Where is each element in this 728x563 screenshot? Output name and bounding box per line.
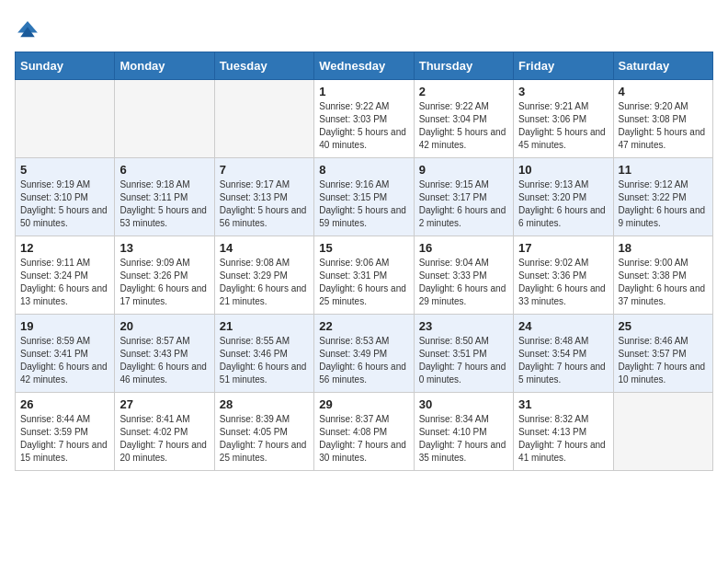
weekday-header: Monday [115,52,214,80]
day-info: Sunrise: 8:34 AMSunset: 4:10 PMDaylight:… [419,413,508,465]
calendar-day-cell: 13Sunrise: 9:09 AMSunset: 3:26 PMDayligh… [115,236,214,315]
day-info: Sunrise: 9:18 AMSunset: 3:11 PMDaylight:… [119,178,209,230]
day-number: 11 [619,163,708,177]
calendar-week-row: 12Sunrise: 9:11 AMSunset: 3:24 PMDayligh… [16,236,713,315]
day-info: Sunrise: 8:59 AMSunset: 3:41 PMDaylight:… [20,335,109,386]
calendar-day-cell: 18Sunrise: 9:00 AMSunset: 3:38 PMDayligh… [613,236,712,315]
calendar-day-cell: 8Sunrise: 9:16 AMSunset: 3:15 PMDaylight… [314,158,414,236]
day-number: 17 [518,241,608,255]
day-info: Sunrise: 8:50 AMSunset: 3:51 PMDaylight:… [419,335,508,386]
weekday-header: Saturday [613,52,712,80]
calendar-day-cell: 20Sunrise: 8:57 AMSunset: 3:43 PMDayligh… [115,315,214,393]
day-number: 5 [20,163,109,177]
calendar-day-cell: 10Sunrise: 9:13 AMSunset: 3:20 PMDayligh… [514,158,613,236]
day-number: 19 [20,319,109,333]
calendar-day-cell: 6Sunrise: 9:18 AMSunset: 3:11 PMDaylight… [115,158,214,236]
calendar-day-cell: 9Sunrise: 9:15 AMSunset: 3:17 PMDaylight… [414,158,513,236]
day-number: 14 [220,241,309,255]
calendar-day-cell: 15Sunrise: 9:06 AMSunset: 3:31 PMDayligh… [314,236,414,315]
day-number: 8 [319,163,408,177]
calendar-day-cell: 3Sunrise: 9:21 AMSunset: 3:06 PMDaylight… [514,80,613,158]
calendar-day-cell [16,80,115,158]
calendar-day-cell: 19Sunrise: 8:59 AMSunset: 3:41 PMDayligh… [16,315,115,393]
day-number: 6 [119,163,209,177]
day-number: 31 [518,397,608,411]
weekday-header-row: SundayMondayTuesdayWednesdayThursdayFrid… [16,52,713,80]
day-info: Sunrise: 9:13 AMSunset: 3:20 PMDaylight:… [518,178,608,230]
calendar-week-row: 5Sunrise: 9:19 AMSunset: 3:10 PMDaylight… [16,158,713,236]
day-info: Sunrise: 8:39 AMSunset: 4:05 PMDaylight:… [220,413,309,465]
day-info: Sunrise: 8:48 AMSunset: 3:54 PMDaylight:… [518,335,608,386]
day-info: Sunrise: 8:32 AMSunset: 4:13 PMDaylight:… [518,413,608,465]
day-info: Sunrise: 9:22 AMSunset: 3:04 PMDaylight:… [419,100,508,152]
day-info: Sunrise: 8:44 AMSunset: 3:59 PMDaylight:… [20,413,109,465]
calendar-day-cell: 11Sunrise: 9:12 AMSunset: 3:22 PMDayligh… [613,158,712,236]
day-info: Sunrise: 9:15 AMSunset: 3:17 PMDaylight:… [419,178,508,230]
day-info: Sunrise: 9:08 AMSunset: 3:29 PMDaylight:… [220,257,309,308]
day-info: Sunrise: 9:21 AMSunset: 3:06 PMDaylight:… [518,100,608,152]
day-number: 16 [419,241,508,255]
day-number: 13 [119,241,209,255]
day-number: 1 [319,85,408,98]
calendar-day-cell: 27Sunrise: 8:41 AMSunset: 4:02 PMDayligh… [115,393,214,471]
day-number: 15 [319,241,408,255]
day-number: 30 [419,397,508,411]
day-info: Sunrise: 8:53 AMSunset: 3:49 PMDaylight:… [319,335,408,386]
day-info: Sunrise: 9:09 AMSunset: 3:26 PMDaylight:… [119,257,209,308]
day-info: Sunrise: 8:46 AMSunset: 3:57 PMDaylight:… [619,335,708,386]
calendar-day-cell: 26Sunrise: 8:44 AMSunset: 3:59 PMDayligh… [16,393,115,471]
day-info: Sunrise: 9:06 AMSunset: 3:31 PMDaylight:… [319,257,408,308]
calendar-day-cell [214,80,313,158]
day-info: Sunrise: 8:37 AMSunset: 4:08 PMDaylight:… [319,413,408,465]
day-info: Sunrise: 8:57 AMSunset: 3:43 PMDaylight:… [119,335,209,386]
weekday-header: Wednesday [314,52,414,80]
day-number: 3 [518,85,608,98]
day-info: Sunrise: 9:11 AMSunset: 3:24 PMDaylight:… [20,257,109,308]
calendar-day-cell: 24Sunrise: 8:48 AMSunset: 3:54 PMDayligh… [514,315,613,393]
calendar-day-cell: 1Sunrise: 9:22 AMSunset: 3:03 PMDaylight… [314,80,414,158]
calendar-day-cell: 5Sunrise: 9:19 AMSunset: 3:10 PMDaylight… [16,158,115,236]
calendar-day-cell: 4Sunrise: 9:20 AMSunset: 3:08 PMDaylight… [613,80,712,158]
calendar-day-cell: 25Sunrise: 8:46 AMSunset: 3:57 PMDayligh… [613,315,712,393]
calendar-day-cell: 23Sunrise: 8:50 AMSunset: 3:51 PMDayligh… [414,315,513,393]
day-info: Sunrise: 9:02 AMSunset: 3:36 PMDaylight:… [518,257,608,308]
day-info: Sunrise: 9:17 AMSunset: 3:13 PMDaylight:… [220,178,309,230]
day-number: 2 [419,85,508,98]
day-number: 29 [319,397,408,411]
day-number: 21 [220,319,309,333]
calendar-day-cell: 22Sunrise: 8:53 AMSunset: 3:49 PMDayligh… [314,315,414,393]
day-number: 20 [119,319,209,333]
calendar-day-cell: 21Sunrise: 8:55 AMSunset: 3:46 PMDayligh… [214,315,313,393]
calendar-day-cell: 12Sunrise: 9:11 AMSunset: 3:24 PMDayligh… [16,236,115,315]
calendar-day-cell: 29Sunrise: 8:37 AMSunset: 4:08 PMDayligh… [314,393,414,471]
day-number: 25 [619,319,708,333]
day-number: 23 [419,319,508,333]
day-info: Sunrise: 9:20 AMSunset: 3:08 PMDaylight:… [619,100,708,152]
day-info: Sunrise: 8:55 AMSunset: 3:46 PMDaylight:… [220,335,309,386]
calendar-day-cell: 30Sunrise: 8:34 AMSunset: 4:10 PMDayligh… [414,393,513,471]
day-info: Sunrise: 9:12 AMSunset: 3:22 PMDaylight:… [619,178,708,230]
day-number: 10 [518,163,608,177]
logo-icon [15,18,40,44]
calendar-week-row: 1Sunrise: 9:22 AMSunset: 3:03 PMDaylight… [16,80,713,158]
weekday-header: Tuesday [214,52,313,80]
day-number: 12 [20,241,109,255]
logo [15,18,44,44]
calendar-day-cell: 2Sunrise: 9:22 AMSunset: 3:04 PMDaylight… [414,80,513,158]
calendar-day-cell [613,393,712,471]
calendar-week-row: 19Sunrise: 8:59 AMSunset: 3:41 PMDayligh… [16,315,713,393]
calendar-day-cell: 14Sunrise: 9:08 AMSunset: 3:29 PMDayligh… [214,236,313,315]
day-info: Sunrise: 9:22 AMSunset: 3:03 PMDaylight:… [319,100,408,152]
day-info: Sunrise: 9:19 AMSunset: 3:10 PMDaylight:… [20,178,109,230]
day-info: Sunrise: 9:04 AMSunset: 3:33 PMDaylight:… [419,257,508,308]
day-number: 26 [20,397,109,411]
day-info: Sunrise: 9:00 AMSunset: 3:38 PMDaylight:… [619,257,708,308]
calendar-day-cell: 28Sunrise: 8:39 AMSunset: 4:05 PMDayligh… [214,393,313,471]
day-info: Sunrise: 8:41 AMSunset: 4:02 PMDaylight:… [119,413,209,465]
calendar-day-cell: 31Sunrise: 8:32 AMSunset: 4:13 PMDayligh… [514,393,613,471]
day-number: 9 [419,163,508,177]
page-header [15,15,713,44]
day-number: 18 [619,241,708,255]
calendar-week-row: 26Sunrise: 8:44 AMSunset: 3:59 PMDayligh… [16,393,713,471]
weekday-header: Thursday [414,52,513,80]
